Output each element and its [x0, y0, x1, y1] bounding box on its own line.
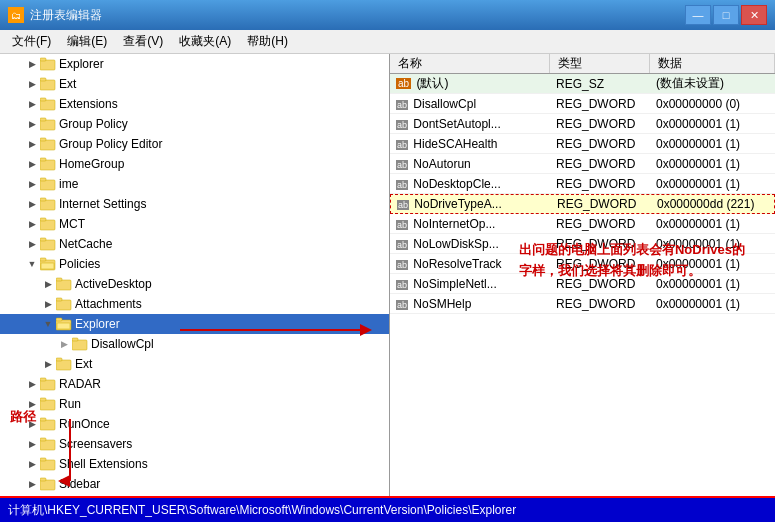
svg-rect-39 — [40, 418, 46, 421]
svg-rect-37 — [40, 398, 46, 401]
value-type-icon: ab — [396, 100, 408, 110]
svg-rect-22 — [41, 263, 54, 269]
tree-item-homegroup[interactable]: ▶ HomeGroup — [0, 154, 389, 174]
values-scroll[interactable]: ab (默认) REG_SZ (数值未设置) ab DisallowCpl RE… — [390, 74, 775, 496]
svg-rect-12 — [40, 180, 55, 190]
svg-rect-25 — [56, 300, 71, 310]
svg-rect-36 — [40, 400, 55, 410]
svg-rect-19 — [40, 238, 46, 241]
tree-item-attachments[interactable]: ▶ Attachments — [0, 294, 389, 314]
expander-icon: ▶ — [24, 56, 40, 72]
folder-icon — [40, 217, 56, 231]
value-row-hidescahealth[interactable]: ab HideSCAHealth REG_DWORD 0x00000001 (1… — [390, 134, 775, 154]
svg-rect-18 — [40, 240, 55, 250]
values-pane: 名称 类型 数据 ab (默认) REG_SZ (数值未设置) ab — [390, 54, 775, 496]
svg-rect-11 — [40, 158, 46, 161]
svg-rect-10 — [40, 160, 55, 170]
tree-label: ActiveDesktop — [75, 277, 152, 291]
value-row-nolowdisksp[interactable]: ab NoLowDiskSp... REG_DWORD 0x00000001 (… — [390, 234, 775, 254]
svg-rect-13 — [40, 178, 46, 181]
value-type-icon: ab — [396, 180, 408, 190]
tree-label: DisallowCpl — [91, 337, 154, 351]
maximize-button[interactable]: □ — [713, 5, 739, 25]
value-data: (数值未设置) — [650, 74, 775, 93]
tree-item-radar[interactable]: ▶ RADAR — [0, 374, 389, 394]
svg-rect-34 — [40, 380, 55, 390]
tree-pane: ▶ Explorer ▶ Ext — [0, 54, 390, 496]
value-data: 0x00000001 (1) — [650, 176, 775, 192]
value-row-nosmhelp[interactable]: ab NoSMHelp REG_DWORD 0x00000001 (1) — [390, 294, 775, 314]
folder-icon — [40, 137, 56, 151]
value-row-default[interactable]: ab (默认) REG_SZ (数值未设置) — [390, 74, 775, 94]
expander-icon: ▶ — [24, 416, 40, 432]
tree-item-screensavers[interactable]: ▶ Screensavers — [0, 434, 389, 454]
svg-rect-0 — [40, 60, 55, 70]
svg-rect-6 — [40, 120, 55, 130]
minimize-button[interactable]: — — [685, 5, 711, 25]
tree-item-sidebar[interactable]: ▶ Sidebar — [0, 474, 389, 494]
tree-item-ime[interactable]: ▶ ime — [0, 174, 389, 194]
expander-icon: ▶ — [40, 356, 56, 372]
value-type-icon: ab — [396, 240, 408, 250]
tree-scroll[interactable]: ▶ Explorer ▶ Ext — [0, 54, 389, 496]
tree-item-explorer[interactable]: ▶ Explorer — [0, 54, 389, 74]
folder-icon — [72, 337, 88, 351]
tree-item-shellextensions[interactable]: ▶ Shell Extensions — [0, 454, 389, 474]
tree-item-ext[interactable]: ▶ Ext — [0, 74, 389, 94]
svg-rect-23 — [56, 280, 71, 290]
value-data: 0x000000dd (221) — [651, 196, 774, 212]
tree-item-ext2[interactable]: ▶ Ext — [0, 354, 389, 374]
value-type: REG_DWORD — [550, 236, 650, 252]
menu-favorites[interactable]: 收藏夹(A) — [171, 31, 239, 52]
value-row-nodrivetypea[interactable]: ab NoDriveTypeA... REG_DWORD 0x000000dd … — [390, 194, 775, 214]
value-row-noresolvetrack[interactable]: ab NoResolveTrack REG_DWORD 0x00000001 (… — [390, 254, 775, 274]
tree-label: Run — [59, 397, 81, 411]
tree-item-grouppolicy[interactable]: ▶ Group Policy — [0, 114, 389, 134]
tree-item-mct[interactable]: ▶ MCT — [0, 214, 389, 234]
tree-item-explorer-selected[interactable]: ▼ Explorer — [0, 314, 389, 334]
tree-item-extensions[interactable]: ▶ Extensions — [0, 94, 389, 114]
value-row-noautorun[interactable]: ab NoAutorun REG_DWORD 0x00000001 (1) — [390, 154, 775, 174]
value-data: 0x00000001 (1) — [650, 116, 775, 132]
menu-view[interactable]: 查看(V) — [115, 31, 171, 52]
expander-icon: ▶ — [24, 396, 40, 412]
svg-rect-5 — [40, 98, 46, 101]
value-name: ab NoSMHelp — [390, 296, 550, 312]
expander-icon: ▶ — [24, 136, 40, 152]
tree-label: Ext — [75, 357, 92, 371]
close-button[interactable]: ✕ — [741, 5, 767, 25]
value-type: REG_DWORD — [550, 276, 650, 292]
tree-label: Screensavers — [59, 437, 132, 451]
tree-item-netcache[interactable]: ▶ NetCache — [0, 234, 389, 254]
svg-rect-41 — [40, 438, 46, 441]
tree-label: NetCache — [59, 237, 112, 251]
value-data: 0x00000001 (1) — [650, 236, 775, 252]
value-row-nointernetop[interactable]: ab NoInternetOp... REG_DWORD 0x00000001 … — [390, 214, 775, 234]
menu-file[interactable]: 文件(F) — [4, 31, 59, 52]
svg-rect-4 — [40, 100, 55, 110]
value-name: ab DisallowCpl — [390, 96, 550, 112]
expander-icon: ▶ — [24, 196, 40, 212]
tree-item-policies[interactable]: ▼ Policies — [0, 254, 389, 274]
folder-icon — [40, 117, 56, 131]
menu-edit[interactable]: 编辑(E) — [59, 31, 115, 52]
menu-help[interactable]: 帮助(H) — [239, 31, 296, 52]
value-type-icon: ab — [396, 120, 408, 130]
col-header-type: 类型 — [550, 54, 650, 73]
tree-item-runonce[interactable]: ▶ RunOnce — [0, 414, 389, 434]
value-type: REG_DWORD — [550, 176, 650, 192]
value-data: 0x00000000 (0) — [650, 96, 775, 112]
tree-item-run[interactable]: ▶ Run — [0, 394, 389, 414]
value-row-disallowcpl[interactable]: ab DisallowCpl REG_DWORD 0x00000000 (0) — [390, 94, 775, 114]
col-header-data: 数据 — [650, 54, 775, 73]
value-row-nosimplenetl[interactable]: ab NoSimpleNetl... REG_DWORD 0x00000001 … — [390, 274, 775, 294]
value-row-nodesktopcle[interactable]: ab NoDesktopCle... REG_DWORD 0x00000001 … — [390, 174, 775, 194]
tree-item-grouppolicyeditor[interactable]: ▶ Group Policy Editor — [0, 134, 389, 154]
expander-icon: ▼ — [24, 256, 40, 272]
tree-item-disallowcpl[interactable]: ▶ DisallowCpl — [0, 334, 389, 354]
tree-item-activedesktop[interactable]: ▶ ActiveDesktop — [0, 274, 389, 294]
tree-item-internetsettings[interactable]: ▶ Internet Settings — [0, 194, 389, 214]
value-row-dontsetautopl[interactable]: ab DontSetAutopl... REG_DWORD 0x00000001… — [390, 114, 775, 134]
tree-label: Sidebar — [59, 477, 100, 491]
tree-label: RunOnce — [59, 417, 110, 431]
